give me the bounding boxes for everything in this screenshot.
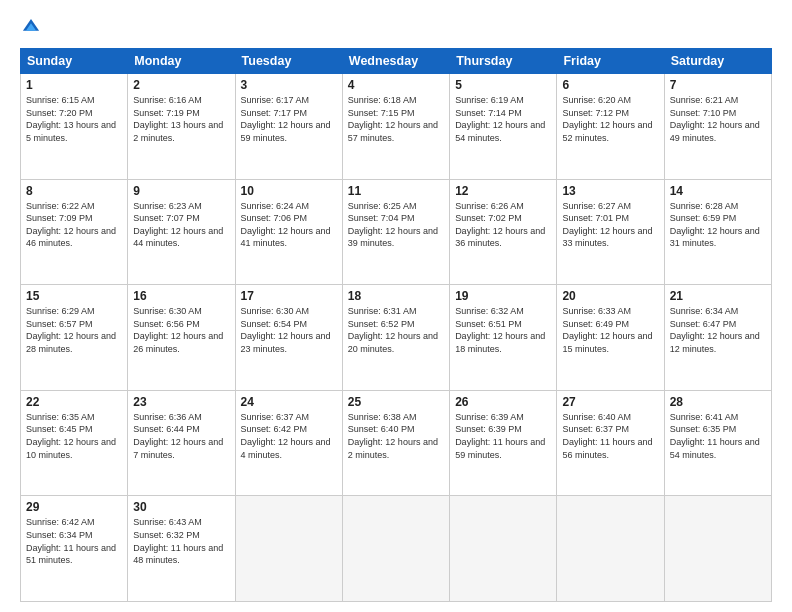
calendar-cell: 22Sunrise: 6:35 AMSunset: 6:45 PMDayligh…	[21, 390, 128, 496]
day-number: 17	[241, 289, 337, 303]
day-info: Sunrise: 6:36 AMSunset: 6:44 PMDaylight:…	[133, 411, 229, 461]
day-number: 25	[348, 395, 444, 409]
day-info: Sunrise: 6:28 AMSunset: 6:59 PMDaylight:…	[670, 200, 766, 250]
calendar-cell: 16Sunrise: 6:30 AMSunset: 6:56 PMDayligh…	[128, 285, 235, 391]
calendar-cell: 11Sunrise: 6:25 AMSunset: 7:04 PMDayligh…	[342, 179, 449, 285]
day-info: Sunrise: 6:25 AMSunset: 7:04 PMDaylight:…	[348, 200, 444, 250]
day-number: 9	[133, 184, 229, 198]
weekday-monday: Monday	[128, 49, 235, 74]
calendar-cell	[557, 496, 664, 602]
day-number: 10	[241, 184, 337, 198]
calendar-header: SundayMondayTuesdayWednesdayThursdayFrid…	[21, 49, 772, 74]
day-number: 19	[455, 289, 551, 303]
day-info: Sunrise: 6:23 AMSunset: 7:07 PMDaylight:…	[133, 200, 229, 250]
calendar-cell: 23Sunrise: 6:36 AMSunset: 6:44 PMDayligh…	[128, 390, 235, 496]
day-info: Sunrise: 6:17 AMSunset: 7:17 PMDaylight:…	[241, 94, 337, 144]
weekday-friday: Friday	[557, 49, 664, 74]
day-number: 27	[562, 395, 658, 409]
day-info: Sunrise: 6:34 AMSunset: 6:47 PMDaylight:…	[670, 305, 766, 355]
calendar-week-row: 15Sunrise: 6:29 AMSunset: 6:57 PMDayligh…	[21, 285, 772, 391]
calendar-cell: 3Sunrise: 6:17 AMSunset: 7:17 PMDaylight…	[235, 74, 342, 180]
calendar-cell: 19Sunrise: 6:32 AMSunset: 6:51 PMDayligh…	[450, 285, 557, 391]
day-info: Sunrise: 6:16 AMSunset: 7:19 PMDaylight:…	[133, 94, 229, 144]
day-info: Sunrise: 6:20 AMSunset: 7:12 PMDaylight:…	[562, 94, 658, 144]
day-number: 13	[562, 184, 658, 198]
weekday-header-row: SundayMondayTuesdayWednesdayThursdayFrid…	[21, 49, 772, 74]
day-info: Sunrise: 6:18 AMSunset: 7:15 PMDaylight:…	[348, 94, 444, 144]
calendar-cell: 10Sunrise: 6:24 AMSunset: 7:06 PMDayligh…	[235, 179, 342, 285]
day-number: 8	[26, 184, 122, 198]
calendar-cell: 20Sunrise: 6:33 AMSunset: 6:49 PMDayligh…	[557, 285, 664, 391]
day-number: 29	[26, 500, 122, 514]
day-number: 24	[241, 395, 337, 409]
calendar-cell: 14Sunrise: 6:28 AMSunset: 6:59 PMDayligh…	[664, 179, 771, 285]
day-info: Sunrise: 6:24 AMSunset: 7:06 PMDaylight:…	[241, 200, 337, 250]
day-number: 11	[348, 184, 444, 198]
calendar-cell: 4Sunrise: 6:18 AMSunset: 7:15 PMDaylight…	[342, 74, 449, 180]
day-info: Sunrise: 6:30 AMSunset: 6:54 PMDaylight:…	[241, 305, 337, 355]
day-info: Sunrise: 6:29 AMSunset: 6:57 PMDaylight:…	[26, 305, 122, 355]
day-info: Sunrise: 6:15 AMSunset: 7:20 PMDaylight:…	[26, 94, 122, 144]
calendar-cell: 2Sunrise: 6:16 AMSunset: 7:19 PMDaylight…	[128, 74, 235, 180]
day-number: 15	[26, 289, 122, 303]
day-number: 18	[348, 289, 444, 303]
day-number: 1	[26, 78, 122, 92]
day-number: 14	[670, 184, 766, 198]
calendar-cell: 30Sunrise: 6:43 AMSunset: 6:32 PMDayligh…	[128, 496, 235, 602]
day-info: Sunrise: 6:31 AMSunset: 6:52 PMDaylight:…	[348, 305, 444, 355]
day-number: 26	[455, 395, 551, 409]
day-info: Sunrise: 6:42 AMSunset: 6:34 PMDaylight:…	[26, 516, 122, 566]
day-info: Sunrise: 6:33 AMSunset: 6:49 PMDaylight:…	[562, 305, 658, 355]
day-info: Sunrise: 6:37 AMSunset: 6:42 PMDaylight:…	[241, 411, 337, 461]
header	[20, 16, 772, 38]
day-number: 3	[241, 78, 337, 92]
day-info: Sunrise: 6:40 AMSunset: 6:37 PMDaylight:…	[562, 411, 658, 461]
day-number: 6	[562, 78, 658, 92]
calendar-cell: 29Sunrise: 6:42 AMSunset: 6:34 PMDayligh…	[21, 496, 128, 602]
calendar-cell: 17Sunrise: 6:30 AMSunset: 6:54 PMDayligh…	[235, 285, 342, 391]
day-info: Sunrise: 6:38 AMSunset: 6:40 PMDaylight:…	[348, 411, 444, 461]
calendar-cell	[342, 496, 449, 602]
weekday-thursday: Thursday	[450, 49, 557, 74]
calendar-cell: 1Sunrise: 6:15 AMSunset: 7:20 PMDaylight…	[21, 74, 128, 180]
day-info: Sunrise: 6:35 AMSunset: 6:45 PMDaylight:…	[26, 411, 122, 461]
day-info: Sunrise: 6:39 AMSunset: 6:39 PMDaylight:…	[455, 411, 551, 461]
calendar-cell: 15Sunrise: 6:29 AMSunset: 6:57 PMDayligh…	[21, 285, 128, 391]
calendar-cell: 21Sunrise: 6:34 AMSunset: 6:47 PMDayligh…	[664, 285, 771, 391]
day-number: 20	[562, 289, 658, 303]
calendar-cell: 12Sunrise: 6:26 AMSunset: 7:02 PMDayligh…	[450, 179, 557, 285]
calendar-table: SundayMondayTuesdayWednesdayThursdayFrid…	[20, 48, 772, 602]
day-number: 23	[133, 395, 229, 409]
weekday-sunday: Sunday	[21, 49, 128, 74]
day-info: Sunrise: 6:26 AMSunset: 7:02 PMDaylight:…	[455, 200, 551, 250]
calendar-week-row: 29Sunrise: 6:42 AMSunset: 6:34 PMDayligh…	[21, 496, 772, 602]
day-number: 2	[133, 78, 229, 92]
calendar-week-row: 1Sunrise: 6:15 AMSunset: 7:20 PMDaylight…	[21, 74, 772, 180]
day-number: 7	[670, 78, 766, 92]
weekday-tuesday: Tuesday	[235, 49, 342, 74]
weekday-saturday: Saturday	[664, 49, 771, 74]
day-info: Sunrise: 6:19 AMSunset: 7:14 PMDaylight:…	[455, 94, 551, 144]
day-number: 22	[26, 395, 122, 409]
day-number: 5	[455, 78, 551, 92]
calendar-cell: 26Sunrise: 6:39 AMSunset: 6:39 PMDayligh…	[450, 390, 557, 496]
calendar-cell: 27Sunrise: 6:40 AMSunset: 6:37 PMDayligh…	[557, 390, 664, 496]
day-number: 28	[670, 395, 766, 409]
weekday-wednesday: Wednesday	[342, 49, 449, 74]
calendar-cell: 18Sunrise: 6:31 AMSunset: 6:52 PMDayligh…	[342, 285, 449, 391]
logo	[20, 16, 44, 38]
day-info: Sunrise: 6:22 AMSunset: 7:09 PMDaylight:…	[26, 200, 122, 250]
day-info: Sunrise: 6:27 AMSunset: 7:01 PMDaylight:…	[562, 200, 658, 250]
logo-icon	[20, 16, 42, 38]
calendar-cell: 8Sunrise: 6:22 AMSunset: 7:09 PMDaylight…	[21, 179, 128, 285]
calendar-cell	[235, 496, 342, 602]
day-info: Sunrise: 6:43 AMSunset: 6:32 PMDaylight:…	[133, 516, 229, 566]
calendar-cell: 28Sunrise: 6:41 AMSunset: 6:35 PMDayligh…	[664, 390, 771, 496]
calendar-week-row: 22Sunrise: 6:35 AMSunset: 6:45 PMDayligh…	[21, 390, 772, 496]
day-number: 30	[133, 500, 229, 514]
day-number: 21	[670, 289, 766, 303]
calendar-cell: 7Sunrise: 6:21 AMSunset: 7:10 PMDaylight…	[664, 74, 771, 180]
day-number: 12	[455, 184, 551, 198]
calendar-cell: 13Sunrise: 6:27 AMSunset: 7:01 PMDayligh…	[557, 179, 664, 285]
day-info: Sunrise: 6:21 AMSunset: 7:10 PMDaylight:…	[670, 94, 766, 144]
